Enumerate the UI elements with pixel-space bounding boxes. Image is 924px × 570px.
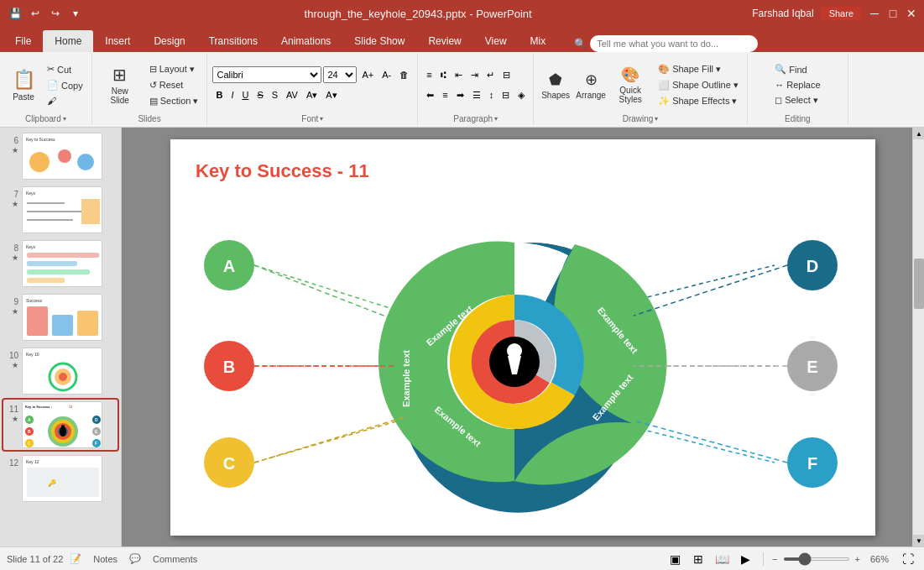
bold-button[interactable]: B: [212, 86, 226, 104]
align-center-button[interactable]: ≡: [439, 86, 451, 104]
clipboard-expand-icon[interactable]: ▾: [63, 115, 66, 123]
paragraph-expand-icon[interactable]: ▾: [494, 115, 498, 123]
notes-button[interactable]: Notes: [88, 552, 123, 566]
maximize-button[interactable]: □: [887, 8, 899, 19]
search-input[interactable]: [590, 35, 758, 52]
slide-thumb-8[interactable]: 8★ Keys: [3, 238, 117, 289]
shape-outline-button[interactable]: ⬜ Shape Outline ▾: [655, 78, 742, 92]
tab-slideshow[interactable]: Slide Show: [342, 30, 416, 52]
italic-button[interactable]: I: [227, 86, 237, 104]
font-size-select[interactable]: 24: [323, 66, 357, 83]
reading-view-button[interactable]: 📖: [713, 550, 731, 568]
justify-button[interactable]: ☰: [469, 86, 484, 104]
layout-button[interactable]: ⊟ Layout ▾: [146, 62, 202, 76]
format-painter-button[interactable]: 🖌: [44, 94, 86, 107]
minimize-button[interactable]: ─: [869, 8, 880, 19]
redo-button[interactable]: ↪: [47, 5, 64, 22]
tab-animations[interactable]: Animations: [269, 30, 342, 52]
cut-button[interactable]: ✂ Cut: [44, 62, 86, 76]
tab-file[interactable]: File: [3, 30, 43, 52]
copy-button[interactable]: 📄 Copy: [44, 78, 86, 92]
svg-rect-16: [27, 278, 65, 283]
section-icon: ▤: [149, 96, 158, 107]
slide-thumb-10[interactable]: 10★ Key 10: [3, 346, 117, 396]
slide-thumb-11[interactable]: 11★ Key to Success - 11 A: [3, 400, 117, 450]
smartart-button[interactable]: ◈: [514, 86, 528, 104]
font-color-button[interactable]: A▾: [303, 86, 321, 104]
scroll-up-button[interactable]: ▲: [913, 128, 924, 139]
tab-review[interactable]: Review: [416, 30, 472, 52]
char-spacing-button[interactable]: AV: [283, 86, 301, 104]
tab-home[interactable]: Home: [43, 30, 93, 52]
font-increase-button[interactable]: A+: [358, 65, 377, 84]
editing-col: 🔍 Find ↔ Replace ◻ Select ▾: [771, 62, 823, 107]
font-family-select[interactable]: Calibri: [212, 66, 321, 83]
slide-thumb-6[interactable]: 6★ Key to Success: [3, 131, 117, 181]
increase-indent-button[interactable]: ⇥: [467, 65, 482, 84]
tab-insert[interactable]: Insert: [93, 30, 142, 52]
shadow-button[interactable]: S: [269, 86, 281, 104]
section-button[interactable]: ▤ Section ▾: [146, 94, 202, 108]
new-slide-button[interactable]: ⊞ NewSlide: [97, 58, 143, 112]
arrange-button[interactable]: ⊕ Arrange: [574, 58, 608, 112]
underline-button[interactable]: U: [238, 86, 252, 104]
slide-thumb-9[interactable]: 9★ Success: [3, 292, 117, 343]
title-bar-left: 💾 ↩ ↪ ▾: [7, 5, 84, 22]
slideshow-view-button[interactable]: ▶: [736, 550, 754, 568]
tab-transitions[interactable]: Transitions: [197, 30, 269, 52]
font-decrease-button[interactable]: A-: [378, 65, 394, 84]
text-highlight-button[interactable]: A▾: [322, 86, 340, 104]
numbering-button[interactable]: ⑆: [437, 65, 450, 84]
zoom-level-button[interactable]: 66%: [865, 552, 894, 566]
bullets-button[interactable]: ≡: [423, 65, 435, 84]
ribbon-group-paragraph: ≡ ⑆ ⇤ ⇥ ↵ ⊟ ⬅ ≡ ➡ ☰ ↕ ⊟ ◈ Para: [418, 54, 534, 125]
scroll-thumb[interactable]: [914, 259, 924, 309]
normal-view-button[interactable]: ▣: [666, 550, 684, 568]
find-button[interactable]: 🔍 Find: [771, 62, 823, 76]
share-button[interactable]: Share: [821, 7, 862, 20]
drawing-expand-icon[interactable]: ▾: [655, 115, 658, 123]
font-expand-icon[interactable]: ▾: [320, 115, 323, 123]
svg-text:Key to Success -: Key to Success -: [25, 405, 53, 409]
rtl-button[interactable]: ↵: [483, 65, 498, 84]
slide-number-11: 11★: [5, 405, 18, 423]
clear-format-button[interactable]: 🗑: [396, 65, 412, 84]
format-painter-icon: 🖌: [47, 96, 56, 106]
select-button[interactable]: ◻ Select ▾: [771, 93, 823, 107]
zoom-slider[interactable]: [783, 557, 850, 561]
svg-line-57: [640, 429, 775, 463]
save-button[interactable]: 💾: [7, 5, 23, 22]
replace-button[interactable]: ↔ Replace: [771, 78, 823, 92]
slide-preview-10: Key 10: [22, 348, 102, 395]
strikethrough-button[interactable]: S: [253, 86, 266, 104]
tab-design[interactable]: Design: [142, 30, 196, 52]
slide-thumb-7[interactable]: 7★ Keys: [3, 185, 117, 235]
quick-styles-button[interactable]: 🎨 QuickStyles: [609, 58, 651, 112]
tab-view[interactable]: View: [473, 30, 519, 52]
text-direction-button[interactable]: ↕: [486, 86, 498, 104]
columns-button[interactable]: ⊟: [499, 65, 514, 84]
align-right-button[interactable]: ➡: [453, 86, 467, 104]
close-button[interactable]: ✕: [906, 8, 917, 19]
slide-number-12: 12: [5, 458, 18, 468]
align-text-button[interactable]: ⊟: [499, 86, 513, 104]
slide-9-svg: Success: [23, 294, 102, 341]
shape-effects-button[interactable]: ✨ Shape Effects ▾: [655, 94, 742, 108]
scroll-down-button[interactable]: ▼: [913, 535, 924, 546]
undo-button[interactable]: ↩: [27, 5, 44, 22]
paste-button[interactable]: 📋 Paste: [5, 58, 42, 112]
slide-thumb-12[interactable]: 12 Key 12 🔑: [3, 453, 117, 504]
slide-preview-7: Keys: [22, 186, 102, 233]
slide-sorter-button[interactable]: ⊞: [689, 550, 707, 568]
shape-fill-button[interactable]: 🎨 Shape Fill ▾: [655, 62, 742, 76]
align-left-button[interactable]: ⬅: [423, 86, 437, 104]
fit-to-window-button[interactable]: ⛶: [899, 550, 917, 568]
tab-mix[interactable]: Mix: [519, 30, 558, 52]
svg-text:F: F: [95, 441, 97, 446]
quickaccess-more-button[interactable]: ▾: [67, 5, 84, 22]
comments-button[interactable]: Comments: [148, 552, 202, 566]
paragraph-label: Paragraph ▾: [423, 114, 528, 123]
decrease-indent-button[interactable]: ⇤: [452, 65, 466, 84]
shapes-button[interactable]: ⬟ Shapes: [539, 58, 572, 112]
reset-button[interactable]: ↺ Reset: [146, 78, 202, 92]
